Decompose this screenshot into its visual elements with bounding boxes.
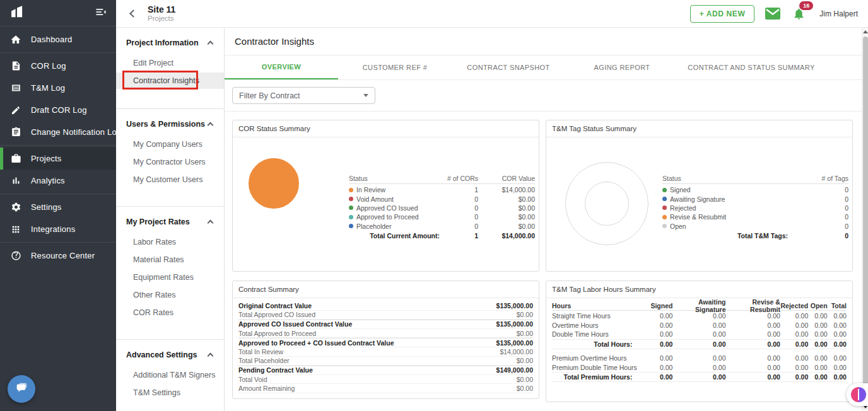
subnav-item-additional-tm-signers[interactable]: Additional T&M Signers: [116, 367, 224, 383]
legend-dot: [349, 224, 353, 228]
card-title: Contract Summary: [233, 281, 539, 298]
filter-by-contract-dropdown[interactable]: Filter By Contract: [232, 87, 375, 104]
subnav-item-labor-rates[interactable]: Labor Rates: [116, 234, 224, 250]
row-label: Double Time Hours: [552, 330, 637, 338]
subnav-item-material-rates[interactable]: Material Rates: [116, 252, 224, 268]
breadcrumb: Projects: [148, 14, 175, 23]
row-label: Pending Contract Value: [238, 366, 313, 374]
sidebar-item-label: Resource Center: [31, 251, 95, 260]
vertical-scrollbar[interactable]: [862, 28, 868, 411]
back-button[interactable]: [124, 5, 141, 23]
subnav-item-tm-settings[interactable]: T&M Settings: [116, 385, 224, 401]
tab-overview[interactable]: OVERVIEW: [225, 55, 338, 79]
chat-widget-button[interactable]: [8, 375, 35, 403]
subnav-item-other-rates[interactable]: Other Rates: [116, 287, 224, 303]
sidebar-item-label: Draft COR Log: [31, 105, 87, 115]
sidebar-item-cor-log[interactable]: COR Log: [0, 55, 116, 77]
collapse-menu-icon[interactable]: [95, 6, 107, 21]
sidebar-item-resource-center[interactable]: Resource Center: [0, 245, 116, 267]
table-row: Premium Overtime Hours 0.00 0.00 0.00 0.…: [552, 354, 847, 363]
table-total-row: Total Current Amount: 1 $14,000.00: [349, 231, 535, 240]
section-my-project-rates[interactable]: My Project Rates: [116, 215, 224, 229]
table-row: Total Placeholder$0.00: [238, 357, 533, 366]
table-row: Approved CO Issued Contract Value$135,00…: [238, 320, 533, 329]
sidebar-item-label: Change Notification Log: [31, 127, 121, 137]
tab-aging-report[interactable]: AGING REPORT: [565, 55, 679, 79]
scrollbar-thumb[interactable]: [863, 37, 868, 398]
subnav-item-my-contractor-users[interactable]: My Contractor Users: [116, 154, 224, 170]
cor-status-summary-card: COR Status Summary Status # of CORs COR …: [232, 120, 539, 272]
mail-icon[interactable]: [765, 7, 781, 20]
chevron-up-icon: [208, 353, 214, 359]
briefcase-icon: [9, 153, 22, 165]
column-header: Hours: [552, 302, 637, 310]
tab-contract-snapshot[interactable]: CONTRACT SNAPSHOT: [452, 55, 565, 79]
row-label: Total Approved to Proceed: [238, 330, 316, 337]
column-header: COR Value: [478, 175, 535, 182]
sidebar-item-draft-cor-log[interactable]: Draft COR Log: [0, 99, 116, 121]
table-row: Pending Contract Value$149,000.00: [238, 366, 533, 375]
tab-contract-and-status-summary[interactable]: CONTRACT AND STATUS SUMMARY: [679, 55, 824, 79]
subnav-item-contractor-insights[interactable]: Contractor Insights: [116, 72, 224, 89]
chevron-down-icon: [363, 94, 368, 97]
legend-dot: [662, 197, 667, 201]
subnav-item-edit-project[interactable]: Edit Project: [116, 55, 224, 71]
section-title: Project Information: [126, 38, 199, 47]
tab-customer-ref[interactable]: CUSTOMER REF #: [338, 55, 452, 79]
section-advanced-settings[interactable]: Advanced Settings: [116, 348, 224, 362]
subnav-item-label: T&M Settings: [133, 388, 180, 397]
section-project-information[interactable]: Project Information: [116, 36, 224, 50]
legend-dot: [349, 215, 353, 219]
sidebar-item-dashboard[interactable]: Dashboard: [0, 28, 116, 50]
table-row: Approved CO Issued 0 $0.00: [349, 204, 535, 212]
row-value: $135,000.00: [496, 339, 533, 347]
total-label: Total Current Amount:: [349, 232, 443, 240]
sidebar-item-projects[interactable]: Projects: [0, 148, 116, 170]
tag-count: 0: [792, 186, 848, 194]
sidebar-item-integrations[interactable]: Integrations: [0, 218, 116, 240]
table-row: Amount Remaining$0.00: [238, 384, 533, 393]
cor-count: 0: [443, 213, 478, 221]
notifications-button[interactable]: 16: [792, 7, 806, 21]
sidebar-item-analytics[interactable]: Analytics: [0, 170, 116, 192]
grid-icon: [9, 223, 22, 236]
sidebar-item-label: Projects: [31, 154, 62, 163]
row-value: $135,000.00: [496, 320, 533, 328]
user-menu[interactable]: Jim Halpert: [819, 9, 858, 18]
row-value: $0.00: [517, 357, 533, 364]
row-value: $0.00: [517, 330, 533, 337]
subnav-item-label: Material Rates: [133, 255, 184, 264]
tag-count: 0: [792, 195, 848, 203]
row-label: Original Contract Value: [238, 302, 312, 310]
row-value: $0.00: [517, 376, 533, 383]
total-count: 0: [792, 232, 848, 240]
subnav-item-equipment-rates[interactable]: Equipment Rates: [116, 269, 224, 286]
table-row: Double Time Hours 0.00 0.00 0.00 0.00 0.…: [552, 330, 847, 339]
sidebar-item-settings[interactable]: Settings: [0, 196, 116, 218]
table-row: Open 0: [662, 222, 848, 231]
subnav-item-my-customer-users[interactable]: My Customer Users: [116, 171, 224, 188]
section-users-permissions[interactable]: Users & Permissions: [116, 117, 224, 131]
subnav-item-my-company-users[interactable]: My Company Users: [116, 136, 224, 153]
sidebar-item-label: Settings: [31, 202, 62, 212]
primary-sidebar: Dashboard COR Log T&M Log Draft COR Log …: [0, 0, 116, 411]
cor-count: 0: [443, 195, 478, 203]
subnav-item-label: Edit Project: [133, 59, 173, 67]
subnav-item-cor-rates[interactable]: COR Rates: [116, 304, 224, 321]
sidebar-item-label: Dashboard: [31, 35, 72, 44]
legend-dot: [349, 206, 353, 210]
table-row: In Review 1 $14,000.00: [349, 185, 535, 194]
scroll-up-arrow-icon[interactable]: [863, 30, 868, 33]
row-value: $149,000.00: [496, 366, 533, 374]
sidebar-item-change-notification-log[interactable]: Change Notification Log: [0, 121, 116, 143]
row-value: $0.00: [517, 311, 533, 318]
contract-summary-card: Contract Summary Original Contract Value…: [232, 281, 539, 399]
column-header: Status: [662, 175, 792, 182]
gear-icon: [9, 201, 22, 214]
chevron-up-icon: [208, 122, 214, 129]
total-label: Total Premium Hours:: [552, 373, 637, 381]
tab-bar: OVERVIEW CUSTOMER REF # CONTRACT SNAPSHO…: [225, 55, 863, 80]
browser-extension-overlay[interactable]: [847, 383, 868, 406]
sidebar-item-tm-log[interactable]: T&M Log: [0, 77, 116, 99]
add-new-button[interactable]: + ADD NEW: [690, 5, 755, 23]
